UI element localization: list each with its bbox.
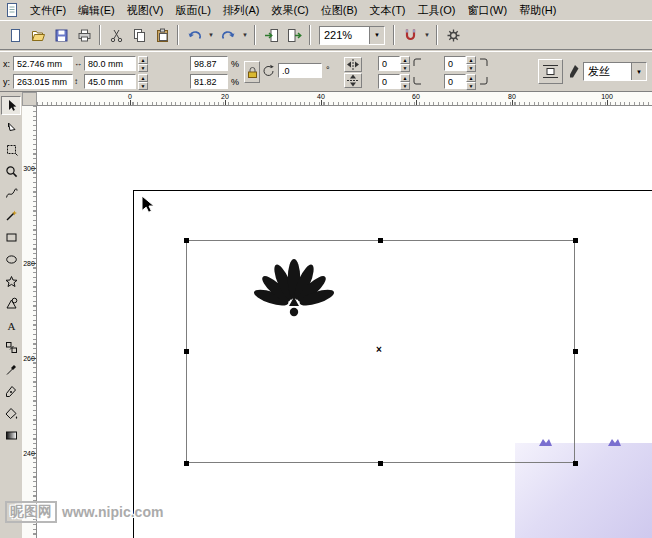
copy-button[interactable] [128, 24, 150, 46]
property-bar: x: y: 52.746 mm 263.015 mm ↔ ↕ 80.0 mm 4… [0, 51, 652, 92]
polygon-tool[interactable] [1, 272, 21, 291]
snap-dropdown-arrow[interactable]: ▼ [422, 24, 432, 46]
ruler-tick-label: 20 [221, 93, 229, 100]
save-button[interactable] [50, 24, 72, 46]
interactive-fill-tool[interactable] [1, 426, 21, 445]
ruler-origin-box[interactable] [22, 92, 37, 106]
standard-toolbar: ▼ ▼ 221% ▼ ▼ [0, 20, 652, 50]
scale-y-field[interactable]: 81.82 [190, 74, 228, 89]
vertical-ruler[interactable]: 300280260240 [22, 106, 37, 538]
ruler-tick-mark [31, 358, 36, 359]
selection-handle-top-right[interactable] [573, 238, 578, 243]
fan-ornament-graphic[interactable] [249, 253, 339, 323]
rotation-angle-field[interactable]: .0 [278, 63, 322, 78]
x-position-label: x: [3, 59, 10, 69]
ruler-tick-mark [31, 453, 36, 454]
selection-center-mark[interactable]: × [376, 345, 382, 355]
menu-arrange[interactable]: 排列(A) [217, 0, 266, 20]
corner-top-right-icon [478, 57, 489, 68]
scale-x-field[interactable]: 98.87 [190, 56, 228, 71]
corner-spinner-field-4[interactable]: 0 [444, 74, 466, 89]
ruler-tick-label: 80 [508, 93, 516, 100]
import-button[interactable] [260, 24, 282, 46]
mirror-horizontal-icon [346, 58, 360, 71]
ruler-tick-mark [321, 100, 322, 105]
print-button[interactable] [73, 24, 95, 46]
chevron-down-icon[interactable]: ▼ [369, 27, 384, 44]
crop-tool[interactable] [1, 140, 21, 159]
menu-help[interactable]: 帮助(H) [513, 0, 562, 20]
menu-file[interactable]: 文件(F) [24, 0, 72, 20]
width-spinner[interactable]: ▲▼ [138, 56, 148, 71]
ruler-tick-mark [130, 100, 131, 105]
selection-handle-bottom-right[interactable] [573, 461, 578, 466]
undo-dropdown-arrow[interactable]: ▼ [206, 24, 216, 46]
zoom-level-combobox[interactable]: 221% ▼ [319, 26, 385, 45]
height-spinner[interactable]: ▲▼ [138, 74, 148, 89]
selection-handle-bottom-left[interactable] [184, 461, 189, 466]
corner-spinner-field-3[interactable]: 0 [444, 56, 466, 71]
crop-icon [5, 143, 18, 156]
menu-tools[interactable]: 工具(O) [412, 0, 462, 20]
drawing-canvas[interactable]: × [37, 106, 652, 538]
lock-icon [246, 65, 259, 80]
x-position-field[interactable]: 52.746 mm [13, 56, 73, 71]
interactive-blend-tool[interactable] [1, 338, 21, 357]
snap-button[interactable] [399, 24, 421, 46]
menu-layout[interactable]: 版面(L) [169, 0, 216, 20]
toolbar-separator [393, 25, 395, 45]
menu-edit[interactable]: 编辑(E) [72, 0, 121, 20]
menu-effects[interactable]: 效果(C) [266, 0, 315, 20]
y-position-label: y: [3, 77, 10, 87]
menu-bitmaps[interactable]: 位图(B) [315, 0, 364, 20]
horizontal-ruler[interactable]: 020406080100 [37, 92, 652, 106]
mirror-horizontal-button[interactable] [344, 57, 362, 72]
corner-spinner-arrows-4[interactable]: ▲▼ [466, 74, 476, 89]
mirror-vertical-button[interactable] [344, 73, 362, 88]
freehand-tool[interactable] [1, 184, 21, 203]
corner-spinner-arrows-3[interactable]: ▲▼ [466, 56, 476, 71]
selection-handle-middle-left[interactable] [184, 349, 189, 354]
selection-handle-bottom-middle[interactable] [378, 461, 383, 466]
ellipse-tool[interactable] [1, 250, 21, 269]
text-tool[interactable]: A [1, 316, 21, 335]
pick-tool[interactable] [1, 96, 21, 115]
wrap-text-button[interactable] [538, 59, 563, 84]
corner-spinner-field-2[interactable]: 0 [378, 74, 400, 89]
corner-spinner-arrows-1[interactable]: ▲▼ [400, 56, 410, 71]
object-width-field[interactable]: 80.0 mm [84, 56, 136, 71]
y-position-field[interactable]: 263.015 mm [13, 74, 73, 89]
menu-text[interactable]: 文本(T) [363, 0, 411, 20]
redo-dropdown-arrow[interactable]: ▼ [240, 24, 250, 46]
corner-spinner-arrows-2[interactable]: ▲▼ [400, 74, 410, 89]
redo-button[interactable] [217, 24, 239, 46]
menu-view[interactable]: 视图(V) [121, 0, 170, 20]
shape-tool[interactable] [1, 118, 21, 137]
selection-handle-top-middle[interactable] [378, 238, 383, 243]
smart-drawing-tool[interactable] [1, 206, 21, 225]
options-button[interactable] [442, 24, 464, 46]
zoom-tool[interactable] [1, 162, 21, 181]
eyedropper-tool[interactable] [1, 360, 21, 379]
menu-window[interactable]: 窗口(W) [461, 0, 513, 20]
lock-ratio-button[interactable] [244, 61, 260, 83]
paste-button[interactable] [151, 24, 173, 46]
selection-handle-top-left[interactable] [184, 238, 189, 243]
corner-spinner-field-1[interactable]: 0 [378, 56, 400, 71]
new-button[interactable] [4, 24, 26, 46]
undo-button[interactable] [183, 24, 205, 46]
open-button[interactable] [27, 24, 49, 46]
object-height-field[interactable]: 45.0 mm [84, 74, 136, 89]
rectangle-tool[interactable] [1, 228, 21, 247]
ruler-tick-mark [31, 263, 36, 264]
outline-tool[interactable] [1, 382, 21, 401]
cut-icon [109, 28, 124, 43]
basic-shapes-tool[interactable] [1, 294, 21, 313]
selection-handle-middle-right[interactable] [573, 349, 578, 354]
import-icon [264, 28, 279, 43]
cut-button[interactable] [105, 24, 127, 46]
outline-width-combobox[interactable]: 发丝 ▼ [583, 62, 647, 81]
chevron-down-icon[interactable]: ▼ [631, 63, 646, 80]
export-button[interactable] [283, 24, 305, 46]
fill-tool[interactable] [1, 404, 21, 423]
